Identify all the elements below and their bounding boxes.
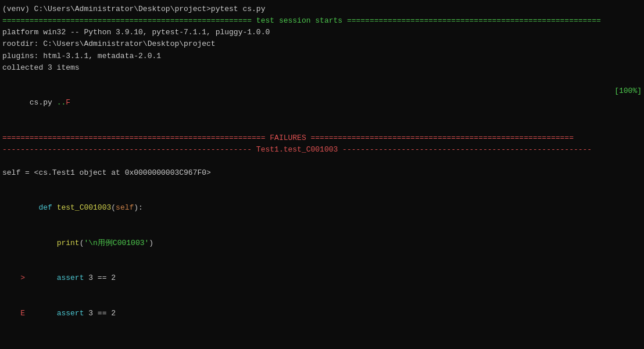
self-line: self = <cs.Test1 object at 0x0000000003C… bbox=[2, 167, 642, 179]
def-name: test_C001003 bbox=[57, 203, 112, 212]
sep-failures: ========================================… bbox=[2, 132, 642, 144]
def-line: def test_C001003(self): bbox=[2, 190, 642, 225]
plugins-line: plugins: html-3.1.1, metadata-2.0.1 bbox=[2, 51, 642, 62]
def-keyword: def bbox=[38, 203, 56, 212]
blank-3 bbox=[2, 156, 642, 167]
assert1-arrow: > bbox=[20, 274, 56, 282]
print-indent bbox=[20, 239, 56, 247]
blank-2 bbox=[2, 120, 642, 132]
print-paren-close: ) bbox=[149, 239, 153, 247]
test-run-line: cs.py ..F [100%] bbox=[2, 85, 642, 120]
assert2-e: E bbox=[20, 309, 56, 318]
def-indent bbox=[20, 203, 38, 212]
test-run-left: cs.py ..F bbox=[2, 85, 70, 120]
print-string: '\n用例C001003' bbox=[84, 239, 149, 247]
test-dots: .. bbox=[57, 98, 66, 107]
collected-line: collected 3 items bbox=[2, 62, 642, 74]
blank-4 bbox=[2, 179, 642, 190]
platform-line: platform win32 -- Python 3.9.10, pytest-… bbox=[2, 27, 642, 38]
def-self: self bbox=[116, 203, 134, 212]
assert2-keyword: assert bbox=[57, 309, 84, 318]
cmd-line: (venv) C:\Users\Administrator\Desktop\pr… bbox=[2, 3, 642, 15]
print-line: print('\n用例C001003') bbox=[2, 226, 642, 261]
blank-5 bbox=[2, 331, 642, 343]
rootdir-line: rootdir: C:\Users\Administrator\Desktop\… bbox=[2, 38, 642, 50]
sep-test-session: ========================================… bbox=[2, 15, 642, 27]
def-args: ( bbox=[111, 203, 116, 212]
assert2-expr: 3 == 2 bbox=[84, 309, 116, 318]
test-percent: [100%] bbox=[614, 85, 642, 120]
assert1-expr: 3 == 2 bbox=[84, 274, 116, 282]
blank-1 bbox=[2, 74, 642, 85]
assert2-line: E assert 3 == 2 bbox=[2, 296, 642, 331]
error-loc-line: cs.py:15: AssertionError bbox=[2, 343, 642, 349]
terminal-window: (venv) C:\Users\Administrator\Desktop\pr… bbox=[0, 0, 644, 349]
test-filename: cs.py bbox=[30, 98, 57, 107]
print-keyword: print bbox=[57, 239, 80, 247]
def-close: ): bbox=[134, 203, 143, 212]
sep-test1: ----------------------------------------… bbox=[2, 144, 642, 156]
assert1-keyword: assert bbox=[57, 274, 84, 282]
assert1-line: > assert 3 == 2 bbox=[2, 261, 642, 296]
test-fail: F bbox=[66, 98, 70, 107]
